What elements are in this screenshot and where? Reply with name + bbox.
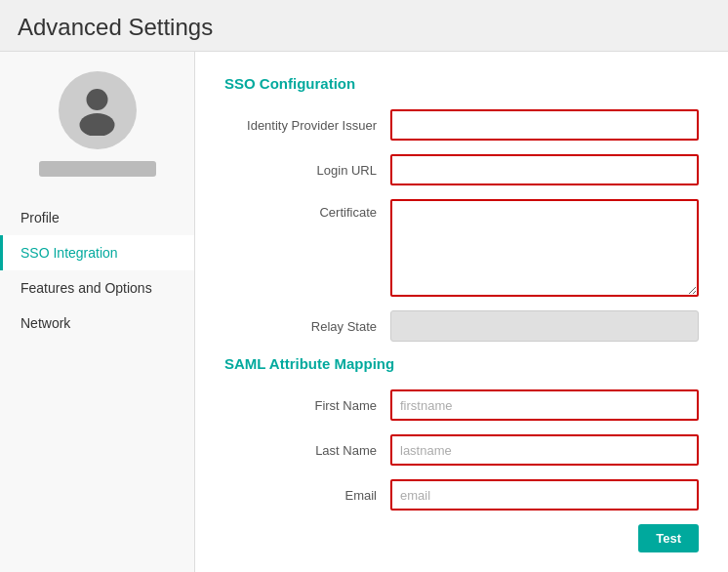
first-name-group: First Name (224, 389, 699, 421)
page-title: Advanced Settings (18, 14, 710, 41)
nav-menu: Profile SSO Integration Features and Opt… (0, 200, 194, 341)
relay-state-input[interactable] (390, 310, 699, 342)
identity-provider-issuer-input[interactable] (390, 109, 699, 141)
svg-point-0 (87, 89, 108, 110)
page-container: Advanced Settings Profile SSO Integratio… (0, 0, 728, 572)
email-input[interactable] (390, 479, 699, 511)
relay-state-label: Relay State (224, 319, 390, 334)
login-url-label: Login URL (224, 163, 390, 178)
main-layout: Profile SSO Integration Features and Opt… (0, 52, 728, 572)
sidebar-item-network[interactable]: Network (0, 306, 194, 341)
certificate-group: Certificate (224, 199, 699, 297)
sidebar-item-features-and-options[interactable]: Features and Options (0, 270, 194, 306)
sidebar-item-sso-integration[interactable]: SSO Integration (0, 235, 194, 270)
user-avatar-icon (70, 82, 124, 140)
last-name-group: Last Name (224, 434, 699, 466)
saml-section-title: SAML Attribute Mapping (224, 355, 699, 372)
test-button-row: Test (224, 524, 699, 552)
identity-provider-issuer-label: Identity Provider Issuer (224, 118, 390, 133)
sidebar: Profile SSO Integration Features and Opt… (0, 52, 195, 572)
first-name-label: First Name (224, 398, 390, 413)
avatar (59, 71, 137, 149)
email-label: Email (224, 488, 390, 503)
identity-provider-issuer-group: Identity Provider Issuer (224, 109, 699, 141)
user-name-blurred (39, 161, 156, 177)
login-url-input[interactable] (390, 154, 699, 185)
last-name-input[interactable] (390, 434, 699, 466)
sso-section-title: SSO Configuration (224, 75, 699, 92)
certificate-label: Certificate (224, 199, 390, 220)
login-url-group: Login URL (224, 154, 699, 185)
svg-point-1 (80, 113, 115, 136)
sidebar-item-profile[interactable]: Profile (0, 200, 194, 235)
relay-state-group: Relay State (224, 310, 699, 342)
main-content: SSO Configuration Identity Provider Issu… (195, 52, 728, 572)
first-name-input[interactable] (390, 389, 699, 421)
last-name-label: Last Name (224, 443, 390, 458)
test-button[interactable]: Test (638, 524, 699, 552)
page-header: Advanced Settings (0, 0, 728, 52)
certificate-textarea[interactable] (390, 199, 699, 297)
email-group: Email (224, 479, 699, 511)
